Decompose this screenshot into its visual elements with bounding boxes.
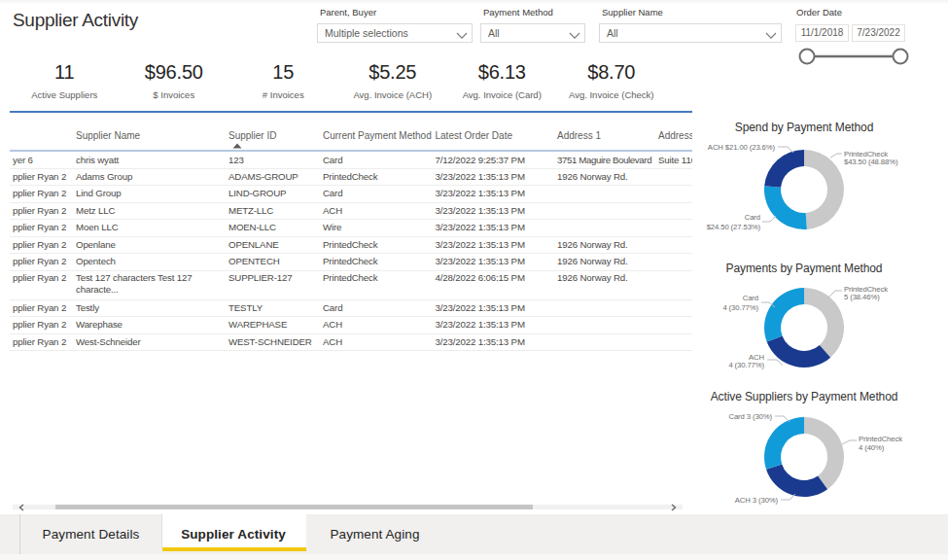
svg-text:ACH 3 (30%): ACH 3 (30%) bbox=[735, 496, 779, 505]
svg-text:4 (30.77%): 4 (30.77%) bbox=[722, 303, 758, 312]
svg-text:$24.50 (27.53%): $24.50 (27.53%) bbox=[707, 223, 761, 231]
svg-text:Card: Card bbox=[745, 213, 760, 222]
svg-text:Card 3 (30%): Card 3 (30%) bbox=[728, 412, 772, 421]
svg-text:4 (30.77%): 4 (30.77%) bbox=[728, 361, 764, 369]
svg-text:$43.50 (48.88%): $43.50 (48.88%) bbox=[844, 158, 898, 166]
svg-text:PrintedCheck: PrintedCheck bbox=[859, 435, 902, 443]
svg-text:Card: Card bbox=[743, 294, 758, 302]
svg-text:5 (38.46%): 5 (38.46%) bbox=[844, 293, 880, 301]
svg-text:ACH $21.00 (23.6%): ACH $21.00 (23.6%) bbox=[708, 143, 776, 152]
svg-text:4 (40%): 4 (40%) bbox=[859, 443, 885, 452]
